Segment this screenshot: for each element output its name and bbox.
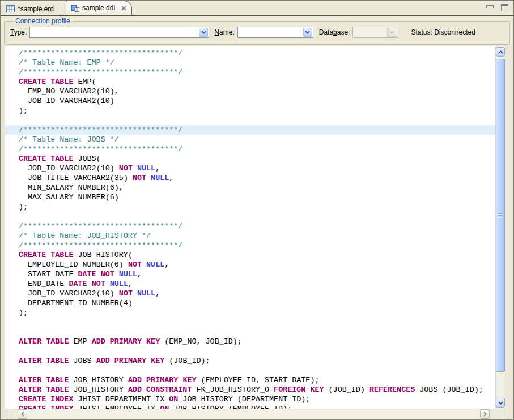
code-line[interactable]: ALTER TABLE EMP ADD PRIMARY KEY (EMP_NO,…: [5, 337, 495, 346]
code-line[interactable]: EMPLOYEE_ID NUMBER(6) NOT NULL,: [5, 260, 495, 269]
type-combo[interactable]: [29, 27, 209, 38]
code-line[interactable]: /**********************************/: [5, 144, 495, 154]
chevron-down-icon[interactable]: [199, 28, 208, 37]
scroll-down-icon[interactable]: [496, 398, 505, 408]
connection-profile-group: Connection profile Type: Name: Database: [4, 17, 510, 45]
code-line[interactable]: CREATE TABLE JOB_HISTORY(: [5, 250, 495, 260]
code-line[interactable]: MIN_SALARY NUMBER(6),: [5, 183, 495, 192]
scrollbar-spacer: [5, 409, 18, 419]
connection-profile-section: Connection profile Type: Name: Database: [1, 17, 513, 45]
code-line[interactable]: CREATE INDEX JHIST_EMPLOYEE_IX ON JOB_HI…: [5, 404, 495, 409]
code-line[interactable]: );: [5, 308, 495, 318]
code-line[interactable]: /* Table Name: JOB_HISTORY */: [5, 231, 495, 241]
code-line[interactable]: /**********************************/: [5, 48, 495, 58]
tab-label: *sample.erd: [18, 5, 54, 13]
horizontal-scrollbar-row: [5, 409, 495, 419]
chevron-down-icon[interactable]: [303, 28, 312, 37]
code-line[interactable]: EMP_NO VARCHAR2(10),: [5, 87, 495, 96]
ddl-file-icon: [71, 4, 79, 12]
tab-label: sample.ddl: [82, 4, 115, 12]
code-line[interactable]: /**********************************/: [5, 221, 495, 231]
code-line[interactable]: CREATE TABLE JOBS(: [5, 154, 495, 164]
code-line[interactable]: [5, 346, 495, 356]
minimize-icon[interactable]: [486, 5, 494, 8]
type-label: Type:: [10, 28, 27, 36]
view-controls: [486, 4, 508, 11]
vertical-scrollbar-thumb[interactable]: [496, 59, 505, 372]
code-line[interactable]: );: [5, 106, 495, 115]
name-label: Name:: [214, 28, 234, 36]
tab-sample-ddl[interactable]: sample.ddl: [66, 1, 132, 15]
code-line[interactable]: [5, 366, 495, 375]
sql-editor: /**********************************//* T…: [5, 46, 505, 419]
scrollbar-corner: [495, 409, 505, 419]
code-line[interactable]: JOB_ID VARCHAR2(10): [5, 96, 495, 106]
maximize-icon[interactable]: [501, 4, 508, 11]
scroll-up-icon[interactable]: [496, 47, 505, 57]
database-combo: [352, 27, 397, 38]
code-line[interactable]: ALTER TABLE JOB_HISTORY ADD CONSTRAINT F…: [5, 385, 495, 395]
scroll-left-icon[interactable]: [18, 409, 27, 419]
code-line[interactable]: END_DATE DATE NOT NULL,: [5, 279, 495, 289]
horizontal-scroll-track[interactable]: [27, 409, 480, 419]
code-line[interactable]: CREATE INDEX JHIST_DEPARTMENT_IX ON JOB_…: [5, 395, 495, 404]
name-combo[interactable]: [237, 27, 313, 38]
code-line[interactable]: /**********************************/: [5, 241, 495, 250]
code-line[interactable]: DEPARTMENT_ID NUMBER(4): [5, 298, 495, 308]
code-line[interactable]: JOB_TITLE VARCHAR2(35) NOT NULL,: [5, 173, 495, 183]
code-line[interactable]: JOB_ID VARCHAR2(10) NOT NULL,: [5, 289, 495, 298]
chevron-down-icon: [387, 28, 396, 37]
code-line[interactable]: [5, 318, 495, 327]
code-line[interactable]: ALTER TABLE JOB_HISTORY ADD PRIMARY KEY …: [5, 375, 495, 385]
code-area[interactable]: /**********************************//* T…: [5, 46, 495, 409]
code-line[interactable]: [5, 212, 495, 221]
status-value: Disconnected: [434, 28, 475, 36]
code-line[interactable]: [5, 115, 495, 125]
code-line[interactable]: ALTER TABLE JOBS ADD PRIMARY KEY (JOB_ID…: [5, 356, 495, 366]
database-combo-value: [354, 28, 387, 37]
status-text: Status: Disconnected: [411, 28, 475, 36]
group-title: Connection profile: [13, 17, 73, 25]
tab-sample-erd[interactable]: *sample.erd: [2, 3, 62, 15]
code-line[interactable]: [5, 327, 495, 337]
code-line[interactable]: MAX_SALARY NUMBER(6): [5, 192, 495, 202]
erd-table-icon: [6, 5, 15, 12]
status-label: Status:: [411, 28, 432, 36]
name-combo-value[interactable]: [239, 28, 303, 37]
scroll-right-icon[interactable]: [480, 409, 490, 419]
database-label: Database:: [319, 28, 350, 36]
vertical-scrollbar[interactable]: [495, 46, 505, 409]
code-line[interactable]: /**********************************/: [5, 125, 495, 135]
code-line[interactable]: /* Table Name: JOBS */: [5, 135, 495, 144]
code-line[interactable]: );: [5, 202, 495, 212]
tab-bar: *sample.erd sample.ddl: [1, 1, 513, 16]
code-line[interactable]: CREATE TABLE EMP(: [5, 77, 495, 87]
code-line[interactable]: START_DATE DATE NOT NULL,: [5, 269, 495, 279]
type-combo-value[interactable]: [31, 28, 199, 37]
horizontal-scrollbar[interactable]: [18, 409, 490, 419]
connection-profile-row: Type: Name: Database:: [10, 27, 504, 38]
code-line[interactable]: /* Table Name: EMP */: [5, 58, 495, 67]
ddl-editor-window: *sample.erd sample.ddl: [0, 0, 514, 420]
thumb-grip-icon: [498, 213, 503, 218]
close-icon[interactable]: [121, 6, 126, 11]
code-line[interactable]: JOB_ID VARCHAR2(10) NOT NULL,: [5, 164, 495, 173]
code-line[interactable]: /**********************************/: [5, 67, 495, 77]
